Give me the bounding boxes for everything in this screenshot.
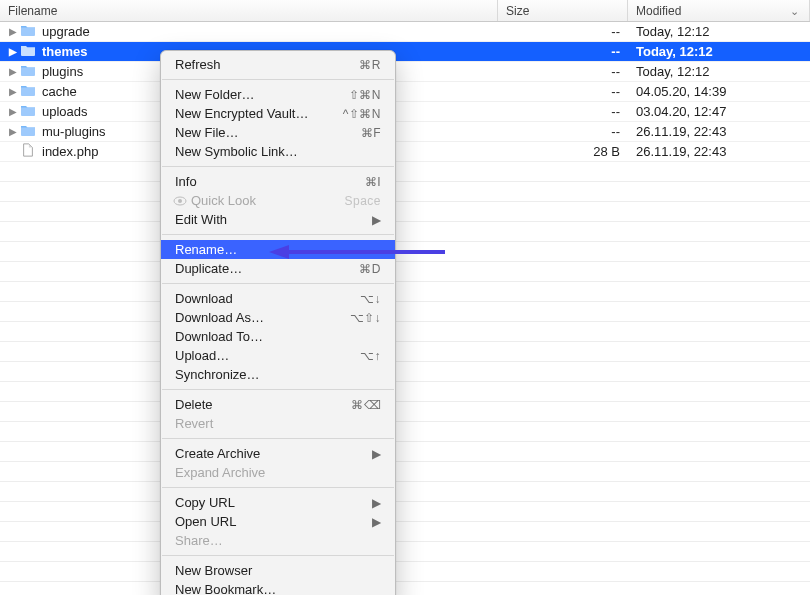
menu-item-new-symbolic-link[interactable]: New Symbolic Link…	[161, 142, 395, 161]
menu-item-download-as[interactable]: Download As…⌥⇧↓	[161, 308, 395, 327]
menu-item-synchronize[interactable]: Synchronize…	[161, 365, 395, 384]
menu-item-edit-with[interactable]: Edit With▶	[161, 210, 395, 229]
menu-item-label: Info	[175, 174, 365, 189]
menu-item-upload[interactable]: Upload…⌥↑	[161, 346, 395, 365]
menu-separator	[162, 234, 394, 235]
submenu-arrow-icon: ▶	[372, 213, 381, 227]
menu-item-new-file[interactable]: New File…⌘F	[161, 123, 395, 142]
folder-row[interactable]: ▶mu-plugins--26.11.19, 22:43	[0, 122, 810, 142]
disclosure-triangle-icon[interactable]: ▶	[8, 106, 18, 117]
menu-separator	[162, 389, 394, 390]
menu-item-delete[interactable]: Delete⌘⌫	[161, 395, 395, 414]
cell-size: --	[498, 104, 628, 119]
svg-point-1	[178, 199, 182, 203]
disclosure-triangle-icon[interactable]: ▶	[8, 46, 18, 57]
menu-item-new-browser[interactable]: New Browser	[161, 561, 395, 580]
menu-item-label: Share…	[175, 533, 381, 548]
cell-modified: 26.11.19, 22:43	[628, 144, 810, 159]
folder-row[interactable]: ▶themes--Today, 12:12	[0, 42, 810, 62]
menu-item-refresh[interactable]: Refresh⌘R	[161, 55, 395, 74]
menu-item-duplicate[interactable]: Duplicate…⌘D	[161, 259, 395, 278]
cell-size: --	[498, 64, 628, 79]
menu-item-label: New File…	[175, 125, 361, 140]
column-header-label: Filename	[8, 4, 57, 18]
column-header-modified[interactable]: Modified ⌄	[628, 0, 810, 21]
cell-size: --	[498, 124, 628, 139]
cell-size: 28 B	[498, 144, 628, 159]
cell-modified: Today, 12:12	[628, 24, 810, 39]
menu-item-label: Copy URL	[175, 495, 372, 510]
cell-modified: 04.05.20, 14:39	[628, 84, 810, 99]
folder-row[interactable]: ▶uploads--03.04.20, 12:47	[0, 102, 810, 122]
menu-item-label: Download	[175, 291, 360, 306]
menu-separator	[162, 438, 394, 439]
menu-item-label: Download To…	[175, 329, 381, 344]
folder-row[interactable]: ▶cache--04.05.20, 14:39	[0, 82, 810, 102]
menu-item-label: Download As…	[175, 310, 350, 325]
file-name: mu-plugins	[42, 124, 106, 139]
cell-modified: Today, 12:12	[628, 44, 810, 59]
file-name: uploads	[42, 104, 88, 119]
disclosure-triangle-icon[interactable]: ▶	[8, 26, 18, 37]
folder-icon	[20, 63, 36, 80]
disclosure-triangle-icon[interactable]: ▶	[8, 66, 18, 77]
menu-item-label: New Bookmark…	[175, 582, 381, 595]
menu-item-shortcut: ⌘R	[359, 58, 381, 72]
cell-size: --	[498, 84, 628, 99]
menu-item-new-bookmark[interactable]: New Bookmark…	[161, 580, 395, 595]
file-name: index.php	[42, 144, 98, 159]
menu-separator	[162, 555, 394, 556]
menu-item-open-url[interactable]: Open URL▶	[161, 512, 395, 531]
menu-item-download[interactable]: Download⌥↓	[161, 289, 395, 308]
menu-item-create-archive[interactable]: Create Archive▶	[161, 444, 395, 463]
menu-item-share: Share…	[161, 531, 395, 550]
column-headers: Filename Size Modified ⌄	[0, 0, 810, 22]
menu-item-new-folder[interactable]: New Folder…⇧⌘N	[161, 85, 395, 104]
folder-row[interactable]: ▶upgrade--Today, 12:12	[0, 22, 810, 42]
menu-item-shortcut: ^⇧⌘N	[343, 107, 381, 121]
menu-item-label: Expand Archive	[175, 465, 381, 480]
folder-icon	[20, 103, 36, 120]
menu-item-shortcut: ⌥↓	[360, 292, 381, 306]
menu-item-label: New Symbolic Link…	[175, 144, 381, 159]
disclosure-triangle-icon[interactable]: ▶	[8, 126, 18, 137]
menu-item-label: Refresh	[175, 57, 359, 72]
menu-separator	[162, 283, 394, 284]
column-header-label: Modified	[636, 4, 681, 18]
column-header-label: Size	[506, 4, 529, 18]
menu-item-shortcut: ⌘F	[361, 126, 381, 140]
menu-item-shortcut: ⌘D	[359, 262, 381, 276]
cell-size: --	[498, 44, 628, 59]
disclosure-triangle-icon[interactable]: ▶	[8, 86, 18, 97]
menu-separator	[162, 79, 394, 80]
menu-item-copy-url[interactable]: Copy URL▶	[161, 493, 395, 512]
file-name: upgrade	[42, 24, 90, 39]
menu-item-new-encrypted-vault[interactable]: New Encrypted Vault…^⇧⌘N	[161, 104, 395, 123]
menu-item-shortcut: ⌥↑	[360, 349, 381, 363]
cell-modified: 03.04.20, 12:47	[628, 104, 810, 119]
file-listing: ▶upgrade--Today, 12:12▶themes--Today, 12…	[0, 22, 810, 162]
menu-item-quick-look: Quick LookSpace	[161, 191, 395, 210]
menu-item-label: Delete	[175, 397, 351, 412]
folder-icon	[20, 123, 36, 140]
menu-separator	[162, 487, 394, 488]
file-row[interactable]: index.php28 B26.11.19, 22:43	[0, 142, 810, 162]
menu-item-shortcut: Space	[344, 194, 381, 208]
submenu-arrow-icon: ▶	[372, 515, 381, 529]
file-icon	[20, 143, 36, 160]
menu-item-label: Upload…	[175, 348, 360, 363]
cell-filename: ▶upgrade	[0, 23, 498, 40]
menu-item-label: Open URL	[175, 514, 372, 529]
column-header-filename[interactable]: Filename	[0, 0, 498, 21]
sort-indicator-icon: ⌄	[790, 4, 799, 17]
menu-item-label: New Browser	[175, 563, 381, 578]
context-menu: Refresh⌘RNew Folder…⇧⌘NNew Encrypted Vau…	[160, 50, 396, 595]
column-header-size[interactable]: Size	[498, 0, 628, 21]
menu-item-download-to[interactable]: Download To…	[161, 327, 395, 346]
menu-item-label: Rename…	[175, 242, 381, 257]
menu-item-shortcut: ⌥⇧↓	[350, 311, 382, 325]
menu-item-label: Quick Look	[191, 193, 344, 208]
folder-row[interactable]: ▶plugins--Today, 12:12	[0, 62, 810, 82]
menu-item-info[interactable]: Info⌘I	[161, 172, 395, 191]
menu-item-rename[interactable]: Rename…	[161, 240, 395, 259]
